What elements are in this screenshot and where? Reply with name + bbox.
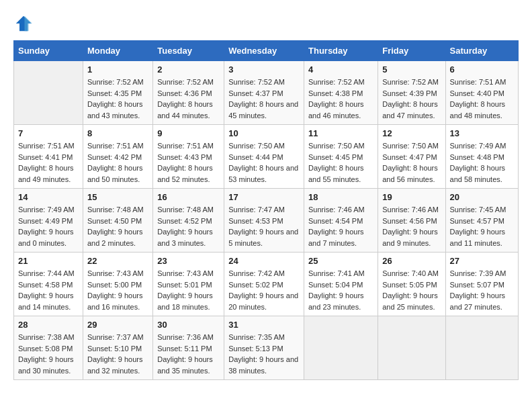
cell-info: Sunrise: 7:51 AMSunset: 4:40 PMDaylight:…: [450, 77, 514, 121]
logo: [13, 13, 36, 34]
calendar-cell: 9Sunrise: 7:51 AMSunset: 4:43 PMDaylight…: [153, 125, 224, 189]
calendar-cell: 2Sunrise: 7:52 AMSunset: 4:36 PMDaylight…: [153, 61, 224, 125]
cell-date-number: 14: [18, 192, 79, 202]
logo-icon: [13, 13, 34, 34]
calendar-cell: 7Sunrise: 7:51 AMSunset: 4:41 PMDaylight…: [14, 125, 83, 189]
cell-date-number: 28: [18, 320, 79, 330]
cell-info: Sunrise: 7:47 AMSunset: 4:53 PMDaylight:…: [228, 204, 300, 248]
calendar-week-row: 1Sunrise: 7:52 AMSunset: 4:35 PMDaylight…: [14, 61, 519, 125]
cell-info: Sunrise: 7:52 AMSunset: 4:39 PMDaylight:…: [382, 77, 441, 121]
calendar-cell: 31Sunrise: 7:35 AMSunset: 5:13 PMDayligh…: [224, 316, 304, 380]
cell-date-number: 5: [382, 64, 441, 75]
cell-info: Sunrise: 7:35 AMSunset: 5:13 PMDaylight:…: [228, 332, 300, 376]
cell-info: Sunrise: 7:50 AMSunset: 4:47 PMDaylight:…: [382, 140, 441, 185]
cell-date-number: 8: [87, 128, 148, 138]
svg-marker-1: [25, 16, 32, 32]
cell-info: Sunrise: 7:52 AMSunset: 4:37 PMDaylight:…: [228, 77, 300, 121]
calendar-cell: 29Sunrise: 7:37 AMSunset: 5:10 PMDayligh…: [83, 316, 152, 380]
calendar-cell: [14, 61, 83, 125]
cell-info: Sunrise: 7:52 AMSunset: 4:36 PMDaylight:…: [157, 77, 220, 121]
cell-date-number: 19: [382, 192, 441, 202]
cell-date-number: 22: [87, 256, 148, 266]
calendar-cell: 30Sunrise: 7:36 AMSunset: 5:11 PMDayligh…: [153, 316, 224, 380]
calendar-cell: 15Sunrise: 7:48 AMSunset: 4:50 PMDayligh…: [83, 189, 152, 253]
weekday-header: Friday: [378, 41, 445, 61]
cell-info: Sunrise: 7:51 AMSunset: 4:43 PMDaylight:…: [157, 140, 220, 185]
calendar-table: SundayMondayTuesdayWednesdayThursdayFrid…: [13, 40, 519, 380]
cell-info: Sunrise: 7:42 AMSunset: 5:02 PMDaylight:…: [228, 268, 300, 312]
weekday-header: Monday: [83, 41, 152, 61]
calendar-cell: 22Sunrise: 7:43 AMSunset: 5:00 PMDayligh…: [83, 253, 152, 316]
calendar-cell: [378, 316, 445, 380]
calendar-week-row: 28Sunrise: 7:38 AMSunset: 5:08 PMDayligh…: [14, 316, 519, 380]
cell-info: Sunrise: 7:46 AMSunset: 4:54 PMDaylight:…: [308, 204, 373, 248]
cell-date-number: 15: [87, 192, 148, 202]
calendar-cell: 28Sunrise: 7:38 AMSunset: 5:08 PMDayligh…: [14, 316, 83, 380]
cell-info: Sunrise: 7:49 AMSunset: 4:49 PMDaylight:…: [18, 204, 79, 248]
cell-info: Sunrise: 7:52 AMSunset: 4:38 PMDaylight:…: [308, 77, 373, 121]
cell-info: Sunrise: 7:36 AMSunset: 5:11 PMDaylight:…: [157, 332, 220, 376]
cell-info: Sunrise: 7:46 AMSunset: 4:56 PMDaylight:…: [382, 204, 441, 248]
cell-date-number: 16: [157, 192, 220, 202]
calendar-cell: 18Sunrise: 7:46 AMSunset: 4:54 PMDayligh…: [304, 189, 378, 253]
cell-date-number: 29: [87, 320, 148, 330]
cell-info: Sunrise: 7:51 AMSunset: 4:41 PMDaylight:…: [18, 140, 79, 185]
calendar-cell: 21Sunrise: 7:44 AMSunset: 4:58 PMDayligh…: [14, 253, 83, 316]
cell-date-number: 31: [228, 320, 300, 330]
cell-info: Sunrise: 7:52 AMSunset: 4:35 PMDaylight:…: [87, 77, 148, 121]
cell-info: Sunrise: 7:51 AMSunset: 4:42 PMDaylight:…: [87, 140, 148, 185]
cell-date-number: 25: [308, 256, 373, 266]
calendar-cell: 3Sunrise: 7:52 AMSunset: 4:37 PMDaylight…: [224, 61, 304, 125]
cell-info: Sunrise: 7:43 AMSunset: 5:01 PMDaylight:…: [157, 268, 220, 312]
header-row: SundayMondayTuesdayWednesdayThursdayFrid…: [14, 41, 519, 61]
weekday-header: Wednesday: [224, 41, 304, 61]
cell-date-number: 9: [157, 128, 220, 138]
calendar-cell: 12Sunrise: 7:50 AMSunset: 4:47 PMDayligh…: [378, 125, 445, 189]
calendar-cell: 17Sunrise: 7:47 AMSunset: 4:53 PMDayligh…: [224, 189, 304, 253]
cell-date-number: 11: [308, 128, 373, 138]
calendar-cell: 13Sunrise: 7:49 AMSunset: 4:48 PMDayligh…: [445, 125, 518, 189]
cell-date-number: 23: [157, 256, 220, 266]
cell-info: Sunrise: 7:44 AMSunset: 4:58 PMDaylight:…: [18, 268, 79, 312]
cell-info: Sunrise: 7:37 AMSunset: 5:10 PMDaylight:…: [87, 332, 148, 376]
cell-date-number: 7: [18, 128, 79, 138]
cell-date-number: 1: [87, 64, 148, 75]
cell-info: Sunrise: 7:50 AMSunset: 4:45 PMDaylight:…: [308, 140, 373, 185]
weekday-header: Tuesday: [153, 41, 224, 61]
cell-date-number: 21: [18, 256, 79, 266]
calendar-cell: 6Sunrise: 7:51 AMSunset: 4:40 PMDaylight…: [445, 61, 518, 125]
cell-date-number: 24: [228, 256, 300, 266]
calendar-cell: 5Sunrise: 7:52 AMSunset: 4:39 PMDaylight…: [378, 61, 445, 125]
calendar-cell: 25Sunrise: 7:41 AMSunset: 5:04 PMDayligh…: [304, 253, 378, 316]
calendar-cell: 26Sunrise: 7:40 AMSunset: 5:05 PMDayligh…: [378, 253, 445, 316]
weekday-header: Thursday: [304, 41, 378, 61]
calendar-cell: 20Sunrise: 7:45 AMSunset: 4:57 PMDayligh…: [445, 189, 518, 253]
calendar-cell: 11Sunrise: 7:50 AMSunset: 4:45 PMDayligh…: [304, 125, 378, 189]
calendar-cell: 14Sunrise: 7:49 AMSunset: 4:49 PMDayligh…: [14, 189, 83, 253]
calendar-cell: 27Sunrise: 7:39 AMSunset: 5:07 PMDayligh…: [445, 253, 518, 316]
cell-date-number: 3: [228, 64, 300, 75]
cell-date-number: 30: [157, 320, 220, 330]
cell-date-number: 26: [382, 256, 441, 266]
cell-date-number: 4: [308, 64, 373, 75]
page-header: [13, 13, 519, 34]
cell-info: Sunrise: 7:38 AMSunset: 5:08 PMDaylight:…: [18, 332, 79, 376]
cell-date-number: 20: [450, 192, 514, 202]
cell-info: Sunrise: 7:48 AMSunset: 4:50 PMDaylight:…: [87, 204, 148, 248]
cell-date-number: 6: [450, 64, 514, 75]
calendar-cell: 4Sunrise: 7:52 AMSunset: 4:38 PMDaylight…: [304, 61, 378, 125]
cell-info: Sunrise: 7:48 AMSunset: 4:52 PMDaylight:…: [157, 204, 220, 248]
calendar-cell: 10Sunrise: 7:50 AMSunset: 4:44 PMDayligh…: [224, 125, 304, 189]
cell-date-number: 17: [228, 192, 300, 202]
cell-info: Sunrise: 7:49 AMSunset: 4:48 PMDaylight:…: [450, 140, 514, 185]
calendar-week-row: 7Sunrise: 7:51 AMSunset: 4:41 PMDaylight…: [14, 125, 519, 189]
cell-info: Sunrise: 7:40 AMSunset: 5:05 PMDaylight:…: [382, 268, 441, 312]
cell-info: Sunrise: 7:39 AMSunset: 5:07 PMDaylight:…: [450, 268, 514, 312]
cell-info: Sunrise: 7:50 AMSunset: 4:44 PMDaylight:…: [228, 140, 300, 185]
calendar-week-row: 21Sunrise: 7:44 AMSunset: 4:58 PMDayligh…: [14, 253, 519, 316]
cell-info: Sunrise: 7:43 AMSunset: 5:00 PMDaylight:…: [87, 268, 148, 312]
calendar-week-row: 14Sunrise: 7:49 AMSunset: 4:49 PMDayligh…: [14, 189, 519, 253]
calendar-cell: 24Sunrise: 7:42 AMSunset: 5:02 PMDayligh…: [224, 253, 304, 316]
calendar-cell: 19Sunrise: 7:46 AMSunset: 4:56 PMDayligh…: [378, 189, 445, 253]
calendar-cell: 16Sunrise: 7:48 AMSunset: 4:52 PMDayligh…: [153, 189, 224, 253]
